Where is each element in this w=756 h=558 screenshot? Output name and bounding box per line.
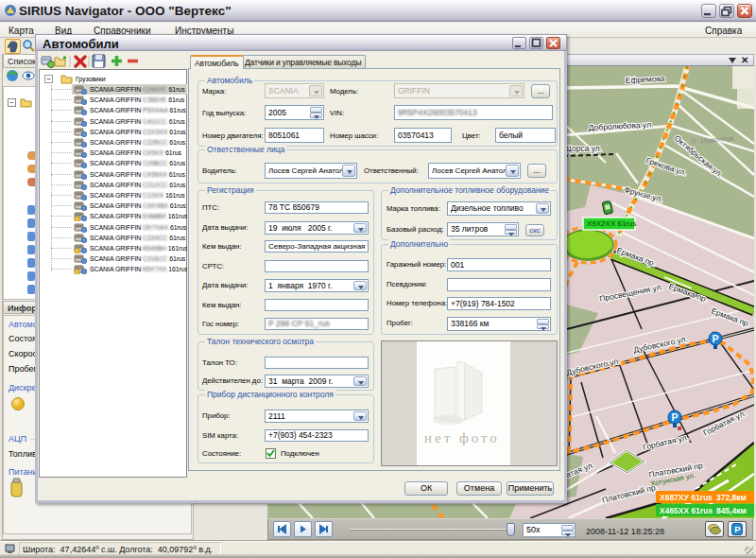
svg-text:P: P — [671, 411, 678, 423]
svg-text:845,4км: 845,4км — [716, 506, 747, 515]
svg-text:Х9Х2ХХ 61rus: Х9Х2ХХ 61rus — [587, 219, 636, 228]
svg-text:P: P — [734, 524, 741, 534]
svg-text:Х465ХХ 61rus: Х465ХХ 61rus — [660, 506, 713, 515]
svg-text:P: P — [712, 333, 718, 344]
svg-text:372,8км: 372,8км — [716, 493, 747, 502]
svg-text:Щорса ул.: Щорса ул. — [564, 144, 602, 153]
svg-text:Х687ХУ 61rus: Х687ХУ 61rus — [660, 493, 713, 502]
